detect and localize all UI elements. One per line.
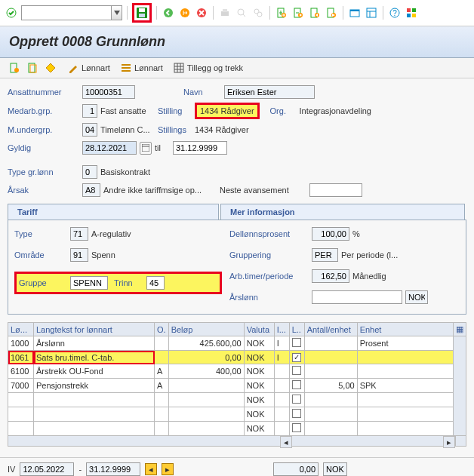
date-picker-icon[interactable] — [140, 142, 152, 155]
ansattnr-field[interactable] — [82, 85, 135, 99]
cell-valuta[interactable]: NOK — [244, 336, 274, 351]
footer-date1[interactable] — [20, 462, 74, 476]
cell-chk[interactable] — [289, 407, 304, 422]
cell-antall[interactable] — [304, 336, 357, 351]
help-icon[interactable]: ? — [388, 6, 402, 20]
next-page-icon[interactable] — [308, 6, 322, 20]
dell-field[interactable] — [312, 227, 349, 241]
last-page-icon[interactable] — [325, 6, 338, 20]
cell-valuta[interactable]: NOK — [244, 422, 274, 436]
table-row[interactable]: 1061Sats bru.timel. C-tab.0,00NOKI — [8, 351, 466, 364]
cell-lo[interactable]: 7000 — [8, 379, 34, 393]
grup-field[interactable] — [312, 248, 338, 262]
wage-grid[interactable]: Lø... Langtekst for lønnart O. Beløp Val… — [8, 322, 466, 436]
cell-text[interactable]: Årstrekk OU-Fond — [34, 364, 155, 379]
cell-i[interactable]: I — [274, 336, 289, 351]
col-l[interactable]: L.. — [289, 323, 304, 336]
cell-enhet[interactable] — [357, 422, 453, 436]
omrade-field[interactable] — [70, 248, 88, 262]
arsak-field[interactable] — [82, 183, 100, 197]
cell-o[interactable]: A — [155, 379, 169, 393]
grid-scrollbar[interactable] — [454, 336, 466, 436]
col-i[interactable]: I... — [274, 323, 289, 336]
gyldig-til-field[interactable] — [173, 141, 227, 155]
neste-avansement-field[interactable] — [309, 183, 362, 197]
trinn-field[interactable] — [146, 276, 165, 290]
cell-enhet[interactable] — [357, 364, 453, 379]
cell-valuta[interactable]: NOK — [244, 393, 274, 407]
cell-text[interactable] — [34, 407, 155, 422]
customize-icon[interactable] — [405, 6, 418, 20]
gruppe-field[interactable] — [70, 276, 108, 290]
table-row[interactable]: NOK — [8, 393, 466, 407]
prev-page-icon[interactable] — [291, 6, 305, 20]
cell-text[interactable] — [34, 393, 155, 407]
table-row[interactable]: NOK — [8, 407, 466, 422]
munder-field[interactable] — [82, 123, 97, 137]
type-field[interactable] — [70, 227, 88, 241]
scroll-left-icon[interactable]: ◂ — [280, 436, 292, 448]
col-belop[interactable]: Beløp — [168, 323, 244, 336]
doc-overview-icon[interactable] — [44, 61, 57, 75]
cell-belop[interactable] — [168, 407, 244, 422]
cell-valuta[interactable]: NOK — [244, 407, 274, 422]
cell-o[interactable]: A — [155, 364, 169, 379]
footer-date2[interactable] — [86, 462, 140, 476]
lonnart-button-1[interactable]: Lønnart — [68, 63, 110, 73]
gyldig-fra-field[interactable] — [82, 141, 137, 155]
doc-create-icon[interactable] — [8, 61, 21, 75]
cell-antall[interactable] — [304, 351, 357, 364]
cell-enhet[interactable]: Prosent — [357, 336, 453, 351]
scroll-right-icon[interactable]: ▸ — [443, 436, 455, 448]
cell-belop[interactable]: 425.600,00 — [168, 336, 244, 351]
col-antall[interactable]: Antall/enhet — [304, 323, 357, 336]
cell-i[interactable] — [274, 407, 289, 422]
cell-lo[interactable]: 1061 — [8, 351, 34, 364]
cell-antall[interactable] — [304, 364, 357, 379]
exit-icon[interactable] — [178, 6, 192, 20]
cell-text[interactable]: Sats bru.timel. C-tab. — [34, 351, 155, 364]
cell-valuta[interactable]: NOK — [244, 364, 274, 379]
lonnart-button-2[interactable]: Lønnart — [121, 63, 163, 73]
cell-text[interactable]: Pensjonstrekk — [34, 379, 155, 393]
cell-lo[interactable] — [8, 393, 34, 407]
cell-chk[interactable] — [289, 422, 304, 436]
doc-copy-icon[interactable] — [26, 61, 39, 75]
cell-o[interactable] — [155, 422, 169, 436]
table-row[interactable]: 6100Årstrekk OU-FondA400,00NOK — [8, 364, 466, 379]
cell-valuta[interactable]: NOK — [244, 351, 274, 364]
save-icon[interactable] — [135, 6, 149, 20]
cell-lo[interactable]: 1000 — [8, 336, 34, 351]
cell-antall[interactable] — [304, 422, 357, 436]
next-record-icon[interactable]: ▸ — [162, 463, 174, 475]
tab-mer[interactable]: Mer informasjon — [220, 204, 465, 220]
cell-i[interactable] — [274, 393, 289, 407]
arsl-field[interactable] — [312, 290, 402, 304]
cell-belop[interactable] — [168, 393, 244, 407]
col-enhet[interactable]: Enhet — [357, 323, 453, 336]
tillegg-button[interactable]: Tillegg og trekk — [174, 63, 243, 73]
cell-enhet[interactable] — [357, 407, 453, 422]
cell-belop[interactable] — [168, 379, 244, 393]
config-column-icon[interactable]: ▦ — [454, 323, 466, 336]
tab-tariff[interactable]: Tariff — [8, 204, 219, 220]
cell-chk[interactable] — [289, 393, 304, 407]
cell-belop[interactable]: 0,00 — [168, 351, 244, 364]
cell-chk[interactable] — [289, 351, 304, 364]
cell-belop[interactable]: 400,00 — [168, 364, 244, 379]
cell-chk[interactable] — [289, 336, 304, 351]
cell-antall[interactable]: 5,00 — [304, 379, 357, 393]
cell-enhet[interactable] — [357, 393, 453, 407]
cell-lo[interactable] — [8, 422, 34, 436]
command-field[interactable] — [21, 5, 112, 20]
table-row[interactable]: 1000Årslønn425.600,00NOKIProsent — [8, 336, 466, 351]
cell-antall[interactable] — [304, 393, 357, 407]
cell-chk[interactable] — [289, 364, 304, 379]
arb-field[interactable] — [312, 269, 349, 283]
cell-i[interactable] — [274, 379, 289, 393]
back-icon[interactable] — [162, 6, 175, 20]
cell-i[interactable] — [274, 422, 289, 436]
cell-text[interactable]: Årslønn — [34, 336, 155, 351]
cell-lo[interactable]: 6100 — [8, 364, 34, 379]
new-session-icon[interactable] — [348, 6, 362, 20]
